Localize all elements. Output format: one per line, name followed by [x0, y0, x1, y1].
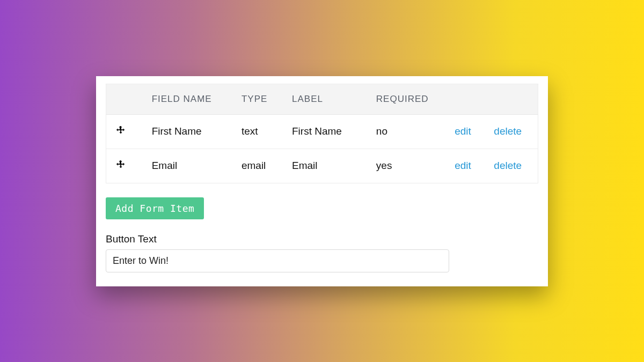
cell-label: Email: [286, 149, 370, 183]
edit-link[interactable]: edit: [455, 160, 471, 171]
delete-link[interactable]: delete: [494, 125, 522, 137]
edit-link[interactable]: edit: [455, 125, 471, 137]
form-builder-card: FIELD NAME TYPE LABEL REQUIRED First Nam…: [96, 76, 548, 286]
cell-field-name: First Name: [145, 114, 235, 149]
cell-type: email: [235, 149, 286, 183]
col-header-required: REQUIRED: [370, 84, 448, 114]
move-icon[interactable]: [116, 125, 126, 135]
table-row: First Name text First Name no edit delet…: [106, 114, 538, 149]
cell-field-name: Email: [145, 149, 235, 183]
table-row: Email email Email yes edit delete: [106, 149, 538, 183]
button-text-label: Button Text: [106, 233, 538, 245]
add-form-item-button[interactable]: Add Form Item: [106, 197, 204, 219]
cell-label: First Name: [286, 114, 370, 149]
col-header-type: TYPE: [235, 84, 286, 114]
delete-link[interactable]: delete: [494, 160, 522, 171]
col-header-field-name: FIELD NAME: [145, 84, 235, 114]
form-items-table: FIELD NAME TYPE LABEL REQUIRED First Nam…: [106, 84, 538, 183]
cell-type: text: [235, 114, 286, 149]
table-header-row: FIELD NAME TYPE LABEL REQUIRED: [106, 84, 538, 114]
col-header-delete: [487, 84, 538, 114]
cell-required: yes: [370, 149, 448, 183]
move-icon[interactable]: [116, 160, 126, 169]
col-header-edit: [448, 84, 487, 114]
col-header-label: LABEL: [286, 84, 370, 114]
button-text-input[interactable]: [106, 249, 449, 272]
col-header-drag: [106, 84, 145, 114]
cell-required: no: [370, 114, 448, 149]
